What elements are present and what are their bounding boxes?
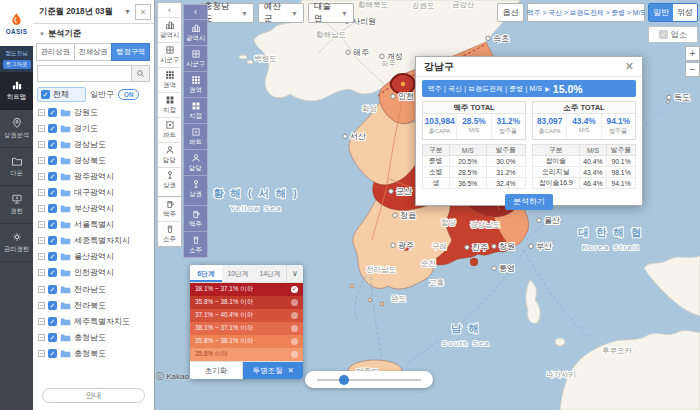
tree-expander-icon[interactable]: − <box>38 253 45 260</box>
tab-전체상권[interactable]: 전체상권 <box>74 43 113 61</box>
filter-breadcrumb[interactable]: 맥주 > 국산 > 브랜드전체 > 중병 > M/S <box>527 3 645 22</box>
tree-expander-icon[interactable]: − <box>38 189 45 196</box>
legend-row[interactable]: 37.1% ~ 40.4% 이하 <box>190 309 303 322</box>
slider-handle[interactable] <box>339 375 349 385</box>
region-select-county[interactable]: 예산군▼ <box>258 3 304 23</box>
legend-collapse-icon[interactable]: ∨ <box>286 265 303 282</box>
legend-row[interactable]: 35.8% 이하 <box>190 348 303 361</box>
tree-expander-icon[interactable]: − <box>38 205 45 212</box>
legend-radio[interactable]: ✓ <box>291 286 298 293</box>
legend-opacity-button[interactable]: 투명조절✕ <box>243 362 303 379</box>
checkbox-icon[interactable]: ✓ <box>48 124 57 133</box>
layer-button-맥주-dark[interactable]: 맥주 <box>184 205 207 231</box>
tree-item-인천광역시[interactable]: −✓인천광역시 <box>38 265 152 281</box>
tree-item-충청남도[interactable]: −✓충청남도 <box>38 329 152 345</box>
tab-행정구역[interactable]: 행정구역 <box>111 43 150 61</box>
layer-button-담당-dark[interactable]: 담당 <box>184 149 207 175</box>
checkbox-icon[interactable]: ✓ <box>48 349 57 358</box>
tree-item-대구광역시[interactable]: −✓대구광역시 <box>38 184 152 200</box>
checkbox-icon[interactable]: ✓ <box>48 220 57 229</box>
tree-item-경기도[interactable]: −✓경기도 <box>38 120 152 136</box>
close-icon[interactable]: ✕ <box>625 60 634 73</box>
chevron-down-icon[interactable]: ▼ <box>124 8 131 15</box>
base-layer-satellite[interactable]: 위성 <box>673 4 697 21</box>
checkbox-icon[interactable]: ✓ <box>48 268 57 277</box>
layer-button-파트-light[interactable]: 파트 <box>158 117 181 142</box>
legend-radio[interactable] <box>291 299 298 306</box>
tree-expander-icon[interactable]: − <box>38 302 45 309</box>
tree-expander-icon[interactable]: − <box>38 109 45 116</box>
checkbox-icon[interactable]: ✓ <box>48 204 57 213</box>
tree-item-경상남도[interactable]: −✓경상남도 <box>38 136 152 152</box>
opacity-slider[interactable] <box>305 371 433 388</box>
checkbox-icon[interactable]: ✓ <box>48 188 57 197</box>
panel-close-button[interactable]: × <box>135 4 151 20</box>
sidebar-item-권한[interactable]: 권한 <box>0 186 33 224</box>
base-layer-normal[interactable]: 일반 <box>649 4 673 21</box>
tree-expander-icon[interactable]: − <box>38 125 45 132</box>
checkbox-icon[interactable]: ✓ <box>48 333 57 342</box>
business-overlay-checkbox[interactable]: ✓업소 <box>648 26 698 43</box>
checkbox-icon[interactable]: ✓ <box>48 172 57 181</box>
tree-expander-icon[interactable]: − <box>38 269 45 276</box>
layer-button-권역-light[interactable]: 권역 <box>158 67 181 92</box>
layer-button-광역시-dark[interactable]: 광역시 <box>184 19 207 45</box>
legend-radio[interactable] <box>291 325 298 332</box>
base-month-label[interactable]: 기준월 2018년 03월 <box>39 6 120 17</box>
close-icon[interactable]: ✕ <box>287 366 293 375</box>
tree-item-울산광역시[interactable]: −✓울산광역시 <box>38 249 152 265</box>
tree-expander-icon[interactable]: − <box>38 221 45 228</box>
legend-row[interactable]: 35.8% ~ 38.1% 이하 <box>190 335 303 348</box>
legend-reset-button[interactable]: 초기화 <box>190 362 243 379</box>
general-gu-toggle[interactable]: ON <box>118 89 139 100</box>
tree-item-전라남도[interactable]: −✓전라남도 <box>38 281 152 297</box>
sidebar-item-히트맵[interactable]: 히트맵 <box>0 72 33 110</box>
app-logo[interactable]: OASIS <box>0 0 33 46</box>
options-button[interactable]: 옵션 <box>497 3 524 22</box>
legend-radio[interactable] <box>291 351 298 358</box>
checkbox-icon[interactable]: ✓ <box>48 156 57 165</box>
logout-button[interactable]: 로그아웃 <box>3 60 31 69</box>
layer-button-담당-light[interactable]: 담당 <box>158 142 181 167</box>
tree-expander-icon[interactable]: − <box>38 334 45 341</box>
collapse-left-icon[interactable]: ‹ <box>184 5 207 19</box>
tree-expander-icon[interactable]: − <box>38 157 45 164</box>
legend-tab-14step[interactable]: 14단계 <box>254 265 286 282</box>
layer-button-권역-dark[interactable]: 권역 <box>184 71 207 97</box>
checkbox-icon[interactable]: ✓ <box>48 108 57 117</box>
region-search-input[interactable] <box>37 65 132 82</box>
notice-button[interactable]: 안내 <box>42 388 145 403</box>
tree-item-부산광역시[interactable]: −✓부산광역시 <box>38 201 152 217</box>
tree-item-광주광역시[interactable]: −✓광주광역시 <box>38 168 152 184</box>
sidebar-item-관리권한[interactable]: 관리권한 <box>0 224 33 262</box>
tree-item-제주특별자치도[interactable]: −✓제주특별자치도 <box>38 313 152 329</box>
layer-button-소주-dark[interactable]: 소주 <box>184 231 207 257</box>
layer-button-지점-dark[interactable]: 지점 <box>184 97 207 123</box>
select-all-checkbox[interactable]: ✓전체 <box>37 87 86 102</box>
legend-row[interactable]: 38.1% ~ 37.1% 이하 <box>190 322 303 335</box>
tree-expander-icon[interactable]: − <box>38 350 45 357</box>
checkbox-icon[interactable]: ✓ <box>48 285 57 294</box>
tree-item-충청북도[interactable]: −✓충청북도 <box>38 345 152 361</box>
tree-expander-icon[interactable]: − <box>38 173 45 180</box>
layer-button-시군구-dark[interactable]: 시군구 <box>184 45 207 71</box>
legend-radio[interactable] <box>291 338 298 345</box>
legend-radio[interactable] <box>291 312 298 319</box>
map-zoom-out-button[interactable]: − <box>685 62 700 77</box>
layer-button-시군구-light[interactable]: 시군구 <box>158 42 181 67</box>
tree-item-경상북도[interactable]: −✓경상북도 <box>38 152 152 168</box>
layer-button-상권-light[interactable]: 상권 <box>158 167 181 192</box>
region-select-town[interactable]: 대술면▼ <box>308 3 354 23</box>
sidebar-item-다운[interactable]: 다운 <box>0 148 33 186</box>
checkbox-icon[interactable]: ✓ <box>48 317 57 326</box>
tree-expander-icon[interactable]: − <box>38 237 45 244</box>
layer-button-광역시-light[interactable]: 광역시 <box>158 17 181 42</box>
layer-button-지점-light[interactable]: 지점 <box>158 92 181 117</box>
legend-tab-10step[interactable]: 10단계 <box>222 265 254 282</box>
legend-row[interactable]: 38.1% ~ 37.1% 이하✓ <box>190 283 303 296</box>
analyze-button[interactable]: 분석하기 <box>505 194 553 210</box>
tree-item-강원도[interactable]: −✓강원도 <box>38 104 152 120</box>
map-zoom-in-button[interactable]: + <box>685 46 700 61</box>
sidebar-item-상권분석[interactable]: 상권분석 <box>0 110 33 148</box>
layer-button-상권-dark[interactable]: 상권 <box>184 175 207 201</box>
